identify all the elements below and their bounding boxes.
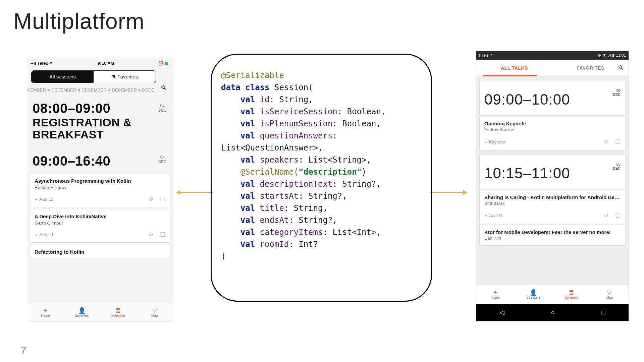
home-circle-icon[interactable]: ○ bbox=[551, 309, 555, 316]
session-card[interactable]: A Deep Dive into Kotlin/Native Garth Gil… bbox=[30, 209, 170, 242]
time-range: 10:15–11:00 bbox=[484, 165, 621, 182]
speaker-name: Dan Kim bbox=[484, 236, 621, 241]
session-card[interactable]: Refactoring to Kotlin bbox=[30, 245, 170, 258]
tab-speakers[interactable]: 👤Speakers bbox=[515, 285, 553, 304]
chevron-down-icon: ▼ bbox=[35, 198, 38, 201]
wifi-icon: ᯤ bbox=[50, 61, 54, 66]
tab-schedule[interactable]: ≣Schedule bbox=[100, 303, 137, 321]
map-icon: ▽ bbox=[152, 307, 157, 314]
date-month: DEC bbox=[158, 108, 167, 113]
segment-all-sessions[interactable]: All sessions bbox=[32, 71, 94, 83]
status-icon: ✓ bbox=[489, 53, 493, 58]
chevron-down-icon: ▼ bbox=[484, 141, 488, 143]
slide-title: Multiplatform bbox=[13, 8, 145, 34]
map-icon: ▽ bbox=[607, 289, 612, 296]
wifi-icon: ▼ bbox=[602, 53, 606, 58]
session-title: Ktor for Mobile Developers: Fear the ser… bbox=[484, 229, 621, 235]
session-title-line1: REGISTRATION & bbox=[33, 117, 167, 129]
speaker-name: Andrey Breslav bbox=[484, 127, 621, 132]
bookmark-icon[interactable]: ☐ bbox=[615, 138, 621, 145]
session-title: Asynchronous Programming with Kotlin bbox=[35, 178, 165, 184]
session-title-line2: BREAKFAST bbox=[33, 129, 167, 141]
tab-schedule[interactable]: ≣Schedule bbox=[552, 285, 591, 304]
smile-icon[interactable]: ☺ bbox=[148, 195, 154, 203]
smile-icon[interactable]: ☺ bbox=[148, 231, 154, 238]
overview-icon[interactable]: □ bbox=[601, 309, 605, 316]
session-card[interactable]: Asynchronous Programming with Kotlin Rom… bbox=[30, 174, 170, 207]
room-label: ▼Aud 11 bbox=[35, 232, 54, 237]
tab-home[interactable]: ✦Home bbox=[27, 303, 64, 321]
bookmark-icon[interactable]: ☐ bbox=[160, 231, 165, 238]
bookmark-icon[interactable]: ☐ bbox=[615, 212, 621, 219]
session-card[interactable]: Opening Keynote Andrey Breslav ▼Keynote … bbox=[480, 117, 625, 150]
ios-status-bar: ••ıl Tele2 ᯤ 9:16 AM ⏰ ▮▯ bbox=[27, 58, 173, 68]
session-title: Sharing Is Caring - Kotlin Multiplatform… bbox=[484, 194, 621, 200]
speaker-name: Britt Barak bbox=[484, 201, 621, 206]
tab-speakers[interactable]: 👤Speakers bbox=[64, 303, 100, 321]
room-label: ▼Aud 15 bbox=[35, 197, 54, 202]
session-title: Opening Keynote bbox=[484, 121, 621, 126]
battery-icon: ▮ bbox=[612, 53, 614, 58]
segment-favorites[interactable]: ◥Favorites bbox=[94, 71, 156, 83]
tab-home[interactable]: ✦Home bbox=[476, 285, 515, 304]
status-icon: ⋈ bbox=[484, 53, 488, 58]
arrow-left bbox=[177, 192, 213, 193]
top-tabs[interactable]: ALL TALKS FAVORITES 🔍︎ bbox=[476, 60, 629, 76]
bottom-tab-bar[interactable]: ✦Home 👤Speakers ≣Schedule ▽Map bbox=[476, 284, 629, 304]
tab-indicator bbox=[483, 75, 537, 76]
tab-favorites[interactable]: FAVORITES bbox=[552, 60, 629, 76]
search-icon[interactable]: 🔍︎ bbox=[618, 64, 624, 71]
android-phone-mock: ◫ ⋈ ✓ ⊖ ▼ ◿ ▮ 11:01 ALL TALKS FAVORITES … bbox=[476, 51, 629, 321]
schedule-icon: ≣ bbox=[569, 289, 574, 296]
carrier-label: Tele2 bbox=[37, 61, 48, 66]
time-header: 05DEC 10:15–11:00 bbox=[480, 155, 625, 189]
time-header: 05DEC 09:00–10:00 bbox=[480, 81, 625, 115]
smile-icon[interactable]: ☺ bbox=[603, 212, 609, 219]
bottom-tab-bar[interactable]: ✦Home 👤Speakers ≣Schedule ▽Map bbox=[27, 303, 173, 321]
chevron-down-icon: ▼ bbox=[484, 215, 488, 217]
segmented-control[interactable]: All sessions ◥Favorites bbox=[31, 70, 156, 83]
ios-phone-mock: ••ıl Tele2 ᯤ 9:16 AM ⏰ ▮▯ All sessions ◥… bbox=[27, 58, 173, 321]
tab-all-talks[interactable]: ALL TALKS bbox=[476, 60, 552, 76]
clock-label: 11:01 bbox=[616, 53, 626, 58]
session-title: Refactoring to Kotlin bbox=[35, 249, 165, 255]
signal-icon: ◿ bbox=[608, 53, 611, 58]
date-scroller[interactable]: CEMBER 4 DECEMBER 4 DECEMBER 4 DECEMBER … bbox=[27, 83, 173, 95]
signal-icon: ••ıl bbox=[31, 61, 36, 66]
speaker-name: Garth Gilmour bbox=[35, 221, 165, 226]
time-range: 09:00–16:40 bbox=[33, 154, 167, 168]
speakers-icon: 👤 bbox=[530, 289, 537, 296]
session-title: A Deep Dive into Kotlin/Native bbox=[35, 214, 165, 219]
bookmark-icon[interactable]: ☐ bbox=[160, 195, 165, 203]
time-range: 09:00–10:00 bbox=[484, 91, 621, 108]
android-nav-bar[interactable]: ◁ ○ □ bbox=[476, 304, 629, 321]
bookmark-icon: ◥ bbox=[111, 74, 115, 79]
tab-map[interactable]: ▽Map bbox=[591, 285, 629, 304]
room-label: ▼Aud 11 bbox=[484, 213, 503, 218]
arrow-right bbox=[430, 192, 466, 193]
clock-label: 9:16 AM bbox=[98, 61, 114, 66]
schedule-icon: ≣ bbox=[116, 307, 121, 314]
code-block: @Serializable data class Session( val id… bbox=[211, 54, 432, 302]
alarm-icon: ⏰ bbox=[158, 61, 163, 66]
home-icon: ✦ bbox=[493, 289, 498, 296]
back-icon[interactable]: ◁ bbox=[500, 309, 504, 316]
home-icon: ✦ bbox=[43, 307, 48, 314]
dnd-icon: ⊖ bbox=[598, 53, 601, 58]
status-icon: ◫ bbox=[479, 53, 483, 58]
date-day: 04 bbox=[158, 155, 167, 160]
chevron-down-icon: ▼ bbox=[35, 234, 38, 237]
tab-map[interactable]: ▽Map bbox=[137, 303, 173, 321]
battery-icon: ▮▯ bbox=[165, 61, 169, 66]
time-range: 08:00–09:00 bbox=[33, 101, 167, 115]
session-card[interactable]: Sharing Is Caring - Kotlin Multiplatform… bbox=[480, 190, 625, 224]
page-number: 7 bbox=[21, 345, 26, 356]
session-card[interactable]: Ktor for Mobile Developers: Fear the ser… bbox=[480, 225, 625, 245]
room-label: ▼Keynote bbox=[484, 139, 505, 144]
smile-icon[interactable]: ☺ bbox=[603, 138, 609, 145]
date-month: DEC bbox=[158, 160, 167, 164]
speakers-icon: 👤 bbox=[78, 307, 86, 314]
search-icon[interactable]: 🔍︎ bbox=[161, 84, 167, 92]
speaker-name: Roman Elizarov bbox=[35, 185, 165, 190]
android-status-bar: ◫ ⋈ ✓ ⊖ ▼ ◿ ▮ 11:01 bbox=[476, 51, 629, 60]
